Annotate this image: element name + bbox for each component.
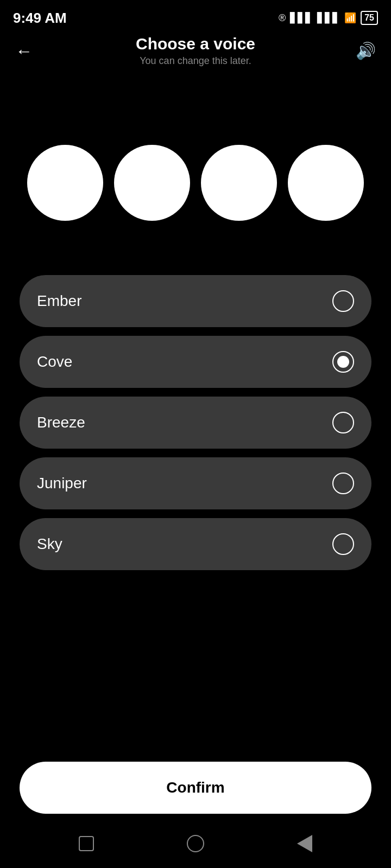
bottom-nav xyxy=(0,819,391,868)
voice-option-ember[interactable]: Ember xyxy=(20,275,371,327)
confirm-button[interactable]: Confirm xyxy=(20,762,371,814)
voice-name-cove: Cove xyxy=(37,353,72,371)
voice-list: Ember Cove Breeze Juniper Sky xyxy=(0,242,391,581)
voice-option-cove[interactable]: Cove xyxy=(20,336,371,388)
sound-button[interactable]: 🔊 xyxy=(356,41,376,60)
voice-option-breeze[interactable]: Breeze xyxy=(20,397,371,449)
wifi-icon: 📶 xyxy=(344,12,356,24)
radio-ember[interactable] xyxy=(332,290,354,312)
status-time: 9:49 AM xyxy=(13,10,67,27)
voice-circle-3[interactable] xyxy=(201,145,277,221)
voice-name-sky: Sky xyxy=(37,535,62,553)
nav-circle-icon[interactable] xyxy=(187,835,204,852)
radio-cove[interactable] xyxy=(332,351,354,373)
battery-icon: 75 xyxy=(361,11,378,25)
voice-circles xyxy=(0,112,391,242)
voice-name-juniper: Juniper xyxy=(37,475,87,492)
confirm-section: Confirm xyxy=(20,762,371,814)
status-icons: ® ▋▋▋ ▋▋▋ 📶 75 xyxy=(279,11,378,25)
signal-icon-1: ▋▋▋ xyxy=(290,12,313,24)
nav-square-icon[interactable] xyxy=(79,836,94,851)
carrier-icon: ® xyxy=(279,12,286,24)
page-subtitle: You can change this later. xyxy=(136,55,255,67)
voice-circle-4[interactable] xyxy=(288,145,364,221)
voice-name-breeze: Breeze xyxy=(37,414,85,431)
nav-triangle-icon[interactable] xyxy=(297,835,312,852)
radio-sky[interactable] xyxy=(332,533,354,555)
voice-circle-2[interactable] xyxy=(114,145,190,221)
voice-option-juniper[interactable]: Juniper xyxy=(20,457,371,509)
status-bar: 9:49 AM ® ▋▋▋ ▋▋▋ 📶 75 xyxy=(0,0,391,33)
voice-option-sky[interactable]: Sky xyxy=(20,518,371,570)
signal-icon-2: ▋▋▋ xyxy=(317,12,340,24)
header: ← Choose a voice You can change this lat… xyxy=(0,33,391,69)
header-center: Choose a voice You can change this later… xyxy=(136,35,255,67)
voice-circle-1[interactable] xyxy=(27,145,103,221)
radio-breeze[interactable] xyxy=(332,412,354,433)
radio-juniper[interactable] xyxy=(332,473,354,494)
page-title: Choose a voice xyxy=(136,35,255,53)
back-button[interactable]: ← xyxy=(15,42,33,60)
voice-name-ember: Ember xyxy=(37,292,81,310)
